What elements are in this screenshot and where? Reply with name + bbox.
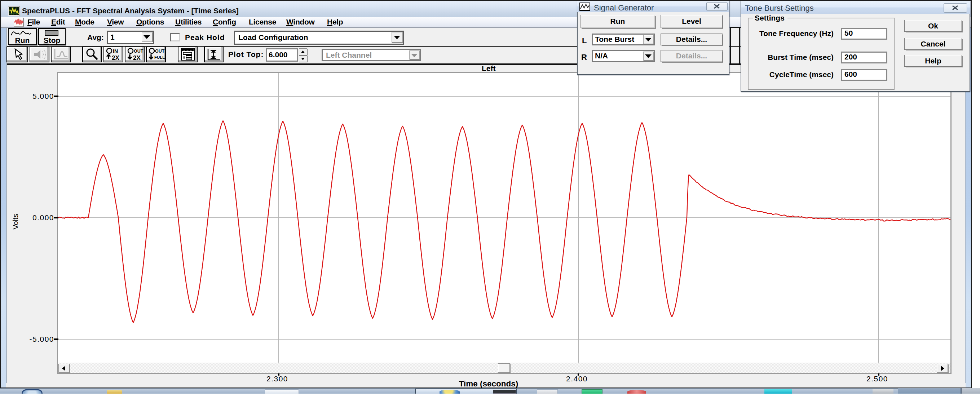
svg-text:OUT: OUT — [134, 49, 143, 54]
svg-text:2X: 2X — [133, 54, 141, 61]
svg-text:IN: IN — [113, 48, 118, 54]
svg-text:FULL: FULL — [154, 55, 165, 59]
svg-text:2X: 2X — [112, 54, 119, 61]
svg-text:OUT: OUT — [155, 49, 165, 54]
